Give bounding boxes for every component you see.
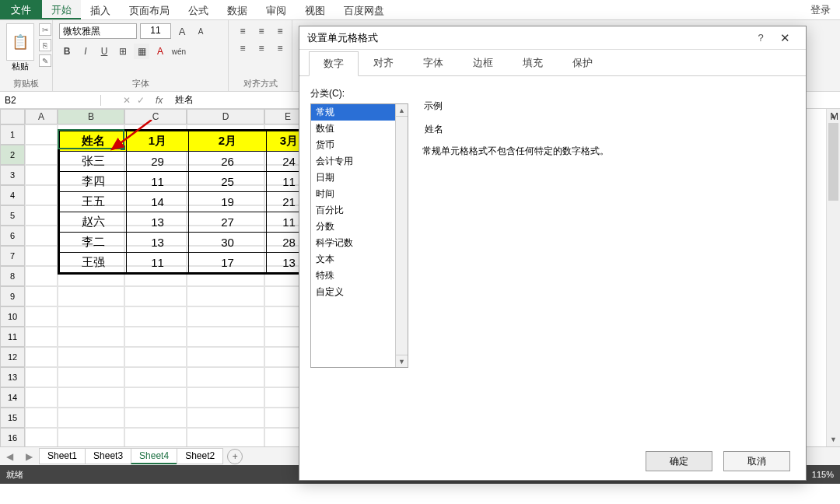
cell[interactable] bbox=[58, 306, 124, 327]
category-item[interactable]: 文本 bbox=[311, 251, 408, 268]
scroll-down-icon[interactable]: ▼ bbox=[396, 355, 408, 367]
table-cell[interactable]: 13 bbox=[127, 212, 189, 233]
category-item[interactable]: 数值 bbox=[311, 121, 408, 137]
italic-button[interactable]: I bbox=[78, 44, 93, 59]
dialog-tab[interactable]: 保护 bbox=[558, 51, 607, 75]
align-top-icon[interactable]: ≡ bbox=[235, 23, 250, 39]
category-item[interactable]: 会计专用 bbox=[311, 153, 408, 170]
ok-button[interactable]: 确定 bbox=[646, 451, 712, 471]
cell[interactable] bbox=[124, 306, 187, 327]
select-all-corner[interactable] bbox=[0, 109, 25, 124]
copy-icon[interactable]: ⎘ bbox=[39, 39, 51, 51]
sheet-nav-next[interactable]: ▶ bbox=[19, 451, 39, 462]
font-color-button[interactable]: A bbox=[152, 44, 168, 59]
menu-tab-7[interactable]: 百度网盘 bbox=[334, 0, 394, 19]
dialog-close-icon[interactable]: ✕ bbox=[772, 31, 798, 45]
cancel-button[interactable]: 取消 bbox=[723, 451, 790, 471]
cell[interactable] bbox=[58, 327, 124, 347]
row-header[interactable]: 5 bbox=[0, 205, 25, 226]
table-cell[interactable]: 赵六 bbox=[60, 212, 127, 233]
cell[interactable] bbox=[25, 185, 58, 205]
cell[interactable] bbox=[58, 428, 124, 446]
row-header[interactable]: 16 bbox=[0, 428, 25, 446]
formula-value[interactable]: 姓名 bbox=[170, 93, 198, 107]
confirm-formula-icon[interactable]: ✓ bbox=[134, 95, 148, 106]
table-cell[interactable]: 张三 bbox=[60, 152, 127, 172]
cell[interactable] bbox=[187, 428, 264, 446]
cell[interactable] bbox=[25, 145, 58, 165]
bold-button[interactable]: B bbox=[59, 44, 75, 59]
row-header[interactable]: 13 bbox=[0, 367, 25, 387]
row-header[interactable]: 15 bbox=[0, 408, 25, 428]
sheet-tab[interactable]: Sheet1 bbox=[39, 448, 86, 464]
cell[interactable] bbox=[124, 408, 187, 428]
table-cell[interactable]: 11 bbox=[127, 253, 189, 273]
category-item[interactable]: 百分比 bbox=[311, 202, 408, 219]
cell[interactable] bbox=[187, 347, 264, 367]
add-sheet-button[interactable]: + bbox=[227, 449, 243, 464]
table-header[interactable]: 姓名 bbox=[60, 131, 127, 152]
table-cell[interactable]: 李四 bbox=[60, 172, 127, 192]
category-scrollbar[interactable]: ▲ ▼ bbox=[395, 104, 408, 367]
table-cell[interactable]: 17 bbox=[189, 253, 267, 273]
cell[interactable] bbox=[25, 205, 58, 226]
row-header[interactable]: 10 bbox=[0, 306, 25, 327]
file-menu[interactable]: 文件 bbox=[0, 0, 42, 19]
category-item[interactable]: 自定义 bbox=[311, 284, 408, 300]
table-cell[interactable]: 王五 bbox=[60, 192, 127, 212]
cell[interactable] bbox=[187, 327, 264, 347]
table-cell[interactable]: 25 bbox=[189, 172, 267, 192]
table-header[interactable]: 1月 bbox=[127, 131, 189, 152]
border-button[interactable]: ⊞ bbox=[115, 44, 131, 59]
fill-color-button[interactable]: ▦ bbox=[134, 44, 149, 59]
zoom-level[interactable]: 115% bbox=[812, 470, 834, 479]
sheet-tab[interactable]: Sheet4 bbox=[131, 448, 177, 464]
row-header[interactable]: 3 bbox=[0, 165, 25, 185]
cell[interactable] bbox=[58, 408, 124, 428]
sheet-tab[interactable]: Sheet3 bbox=[85, 448, 131, 464]
table-cell[interactable]: 29 bbox=[127, 152, 189, 172]
category-item[interactable]: 特殊 bbox=[311, 268, 408, 284]
font-name-select[interactable]: 微软雅黑 bbox=[59, 23, 137, 39]
dialog-tab[interactable]: 数字 bbox=[309, 51, 359, 76]
format-painter-icon[interactable]: ✎ bbox=[39, 54, 51, 67]
scroll-up-icon[interactable]: ▲ bbox=[396, 104, 408, 117]
column-header[interactable]: B bbox=[58, 109, 124, 124]
phonetic-button[interactable]: wén bbox=[171, 44, 187, 59]
row-header[interactable]: 1 bbox=[0, 124, 25, 145]
align-left-icon[interactable]: ≡ bbox=[235, 40, 250, 56]
cell[interactable] bbox=[25, 226, 58, 246]
cell[interactable] bbox=[25, 124, 58, 145]
cell[interactable] bbox=[25, 408, 58, 428]
category-list[interactable]: 常规数值货币会计专用日期时间百分比分数科学记数文本特殊自定义 ▲ ▼ bbox=[310, 103, 408, 368]
underline-button[interactable]: U bbox=[96, 44, 112, 59]
row-header[interactable]: 4 bbox=[0, 185, 25, 205]
menu-tab-2[interactable]: 页面布局 bbox=[120, 0, 179, 19]
table-cell[interactable]: 26 bbox=[189, 152, 267, 172]
dialog-tab[interactable]: 对齐 bbox=[359, 51, 408, 75]
paste-button[interactable]: 📋 bbox=[6, 23, 34, 61]
cell[interactable] bbox=[187, 306, 264, 327]
cell[interactable] bbox=[58, 367, 124, 387]
menu-tab-5[interactable]: 审阅 bbox=[257, 0, 296, 19]
menu-tab-3[interactable]: 公式 bbox=[179, 0, 218, 19]
cell[interactable] bbox=[187, 387, 264, 408]
row-header[interactable]: 2 bbox=[0, 145, 25, 165]
cell[interactable] bbox=[187, 408, 264, 428]
column-header[interactable]: A bbox=[25, 109, 58, 124]
row-header[interactable]: 14 bbox=[0, 387, 25, 408]
column-header[interactable]: D bbox=[187, 109, 264, 124]
category-item[interactable]: 货币 bbox=[311, 137, 408, 153]
fx-icon[interactable]: fx bbox=[148, 95, 170, 106]
login-link[interactable]: 登录 bbox=[801, 0, 840, 19]
menu-tab-1[interactable]: 插入 bbox=[81, 0, 120, 19]
scroll-thumb[interactable] bbox=[828, 123, 838, 201]
cell[interactable] bbox=[25, 286, 58, 306]
cell[interactable] bbox=[25, 246, 58, 266]
column-header[interactable]: C bbox=[124, 109, 187, 124]
cell[interactable] bbox=[187, 367, 264, 387]
cell[interactable] bbox=[124, 347, 187, 367]
increase-font-icon[interactable]: A bbox=[174, 23, 190, 39]
table-cell[interactable]: 30 bbox=[189, 233, 267, 253]
cell[interactable] bbox=[25, 165, 58, 185]
